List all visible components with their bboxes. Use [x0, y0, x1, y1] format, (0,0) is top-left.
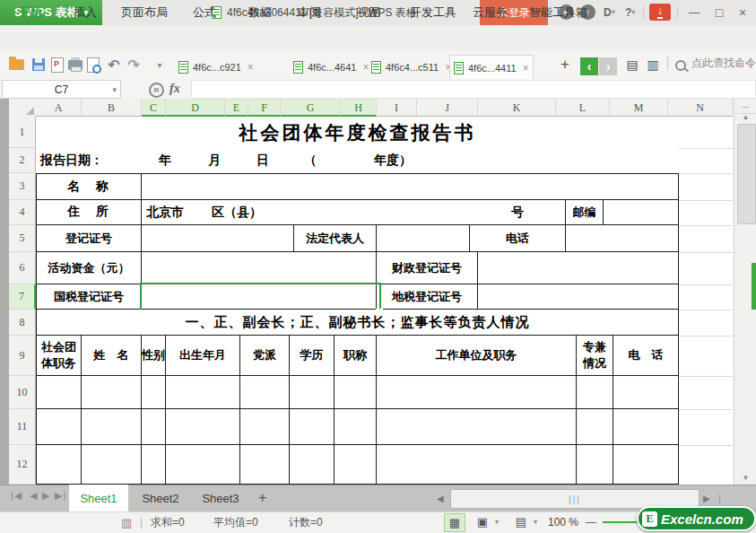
col-header-D[interactable]: D — [166, 99, 225, 117]
table-cell[interactable] — [377, 409, 577, 445]
row-header-4[interactable]: 4 — [9, 200, 36, 225]
vertical-scrollbar[interactable]: — ▲ ▼ — [734, 99, 756, 485]
doc-tab-2[interactable]: 4f6c...4641 × — [290, 55, 372, 79]
table-cell[interactable] — [36, 409, 82, 445]
table-cell[interactable] — [142, 252, 377, 284]
close-button[interactable]: × — [734, 4, 751, 20]
stamp-icon[interactable]: R — [149, 83, 164, 98]
zoom-out-icon[interactable]: — — [586, 511, 596, 533]
maximize-button[interactable]: □ — [711, 4, 727, 20]
close-tab-icon[interactable]: × — [523, 62, 529, 74]
first-sheet-button[interactable]: |◀ — [11, 490, 22, 502]
add-sheet-button[interactable]: + — [258, 490, 266, 506]
row-header-12[interactable]: 12 — [9, 445, 36, 485]
menu-tab-smart-toolbox[interactable]: 智能工具箱 — [529, 0, 587, 25]
cell-title-header[interactable]: 职称 — [335, 336, 377, 376]
cell-fullparttime-header[interactable]: 专兼情况 — [577, 336, 613, 376]
formula-input[interactable] — [191, 80, 756, 99]
cell-gender-header[interactable]: 性别 — [142, 336, 166, 376]
cell-position-header[interactable]: 社会团体职务 — [36, 336, 82, 376]
cell-national-tax-label[interactable]: 国税登记证号 — [36, 284, 142, 310]
table-cell[interactable] — [240, 409, 290, 445]
table-cell[interactable] — [335, 376, 377, 409]
row-header-1[interactable]: 1 — [9, 117, 36, 148]
redo-icon[interactable]: ↷ — [125, 56, 143, 74]
cell-fund-label[interactable]: 活动资金（元） — [36, 252, 142, 284]
table-cell[interactable] — [240, 445, 290, 485]
table-cell[interactable] — [142, 225, 294, 252]
table-cell[interactable] — [142, 376, 166, 409]
row-header-3[interactable]: 3 — [9, 173, 36, 200]
col-header-A[interactable]: A — [36, 99, 82, 117]
row-header-7[interactable]: 7 — [9, 284, 36, 310]
table-cell[interactable] — [82, 445, 142, 485]
download-button[interactable]: ↓ — [649, 4, 671, 21]
hscroll-right-icon[interactable]: ▶ — [703, 489, 710, 507]
cell-education-header[interactable]: 学历 — [290, 336, 335, 376]
insert-function-icon[interactable]: fx — [169, 80, 180, 96]
date-row[interactable]: 报告日期： 年 月 日 （ 年度） — [36, 148, 679, 173]
row-header-11[interactable]: 11 — [9, 409, 36, 445]
menu-tab-formulas[interactable]: 公式 — [193, 0, 216, 25]
prev-tab-button[interactable]: ‹ — [580, 57, 598, 75]
col-header-F[interactable]: F — [248, 99, 281, 117]
doc-tab-4-active[interactable]: 4f6c...4411 × — [449, 55, 534, 82]
table-cell[interactable] — [577, 376, 613, 409]
row-header-6[interactable]: 6 — [9, 252, 36, 284]
table-cell[interactable] — [577, 409, 613, 445]
excelcn-logo[interactable]: E Excelcn.com — [637, 506, 756, 531]
table-cell[interactable] — [36, 445, 82, 485]
save-icon[interactable] — [30, 56, 48, 74]
cell-name-label[interactable]: 名 称 — [36, 173, 142, 200]
table-cell[interactable] — [166, 409, 240, 445]
next-tab-button[interactable]: › — [599, 57, 617, 75]
table-cell[interactable] — [142, 173, 679, 200]
table-cell[interactable] — [142, 445, 166, 485]
table-cell[interactable] — [604, 200, 679, 225]
table-cell[interactable] — [613, 445, 679, 485]
table-cell[interactable] — [335, 445, 377, 485]
menu-tab-review[interactable]: 审阅 — [298, 0, 321, 25]
row-header-10[interactable]: 10 — [9, 376, 36, 409]
table-cell[interactable] — [577, 445, 613, 485]
table-cell[interactable] — [36, 376, 82, 409]
minimize-button[interactable]: — — [686, 4, 702, 20]
reader-view-icon[interactable]: ▤ — [511, 513, 531, 530]
tab-split-handle[interactable]: | — [718, 489, 721, 507]
table-cell[interactable] — [240, 376, 290, 409]
table-cell[interactable] — [166, 376, 240, 409]
col-header-B[interactable]: B — [82, 99, 142, 117]
cell-phone-label[interactable]: 电话 — [470, 225, 566, 252]
table-cell[interactable] — [290, 376, 335, 409]
select-all-corner[interactable] — [9, 99, 37, 118]
cell-phone-header[interactable]: 电 话 — [613, 336, 679, 376]
cell-registration-label[interactable]: 登记证号 — [36, 225, 142, 252]
undo-icon[interactable]: ↶ — [105, 56, 123, 74]
cell-local-tax-label[interactable]: 地税登记证号 — [377, 284, 478, 310]
table-cell[interactable] — [377, 445, 577, 485]
scroll-down-icon[interactable]: ▼ — [734, 470, 756, 485]
prev-sheet-button[interactable]: ◀ — [30, 490, 38, 502]
cell-party-header[interactable]: 党派 — [240, 336, 290, 376]
table-cell[interactable] — [478, 284, 679, 310]
menu-tab-insert[interactable]: 插入 — [74, 0, 97, 25]
col-header-J[interactable]: J — [417, 99, 478, 117]
table-cell[interactable] — [613, 409, 679, 445]
cell-workunit-header[interactable]: 工作单位及职务 — [377, 336, 577, 376]
page-layout-view-icon[interactable]: ▣ — [473, 513, 492, 530]
menu-tab-page-layout[interactable]: 页面布局 — [121, 0, 168, 25]
menu-tab-view[interactable]: 视图 — [357, 0, 380, 25]
table-cell[interactable] — [82, 409, 142, 445]
sheet-tab-sheet1[interactable]: Sheet1 — [69, 485, 128, 511]
find-command-box[interactable]: 点此查找命令 — [691, 56, 756, 71]
col-header-H[interactable]: H — [341, 99, 377, 117]
menu-tab-home[interactable]: 开始 — [19, 0, 42, 25]
cell-fiscal-reg-label[interactable]: 财政登记证号 — [377, 252, 478, 284]
table-cell[interactable] — [290, 445, 335, 485]
cell-birthdate-header[interactable]: 出生年月 — [166, 336, 240, 376]
table-cell[interactable] — [478, 252, 679, 284]
table-cell[interactable] — [377, 225, 470, 252]
col-header-L[interactable]: L — [556, 99, 610, 117]
last-sheet-button[interactable]: ▶| — [55, 490, 66, 502]
next-sheet-button[interactable]: ▶ — [42, 490, 50, 502]
